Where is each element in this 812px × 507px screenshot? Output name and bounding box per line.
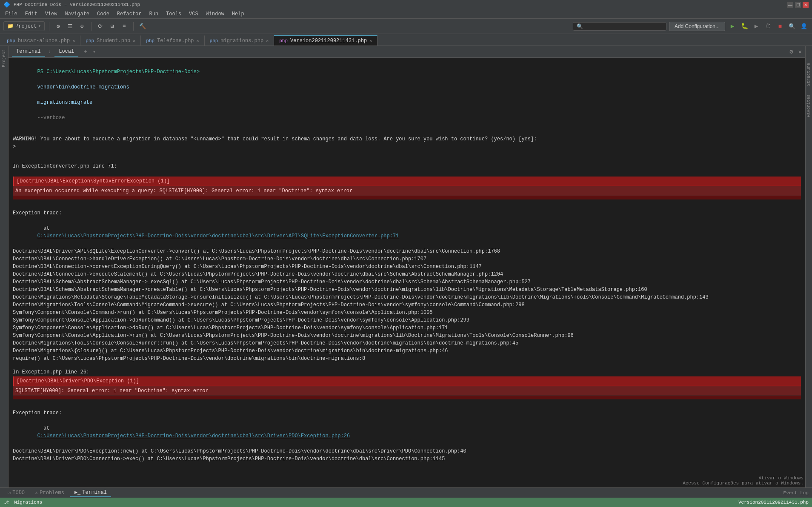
menu-window[interactable]: Window	[203, 10, 228, 18]
menu-refactor[interactable]: Refactor	[114, 10, 145, 18]
close-tab-2[interactable]: ✕	[133, 38, 135, 43]
trace2-line-2: Doctrine\DBAL\Driver\PDO\Connection->exe…	[13, 455, 801, 463]
tab-student[interactable]: php Student.php ✕	[80, 35, 141, 46]
error-2-title-text: [Doctrine\DBAL\Driver\PDO\Exception (1)]	[17, 378, 139, 384]
search-everywhere-icon[interactable]: 🔍	[787, 22, 797, 31]
problems-tab[interactable]: ⚠ Problems	[31, 489, 69, 497]
menu-view[interactable]: View	[42, 10, 61, 18]
event-log-link[interactable]: Event Log	[783, 490, 809, 496]
trace-line-6: Doctrine\DBAL\Schema\AbstractSchemaManag…	[13, 286, 801, 293]
todo-tab[interactable]: ☑ TODO	[3, 489, 29, 497]
menu-help[interactable]: Help	[229, 10, 248, 18]
terminal-header: Terminal : Local + ▾ ⚙ ✕	[9, 46, 805, 58]
close-tab-4[interactable]: ✕	[266, 38, 269, 43]
close-tab-3[interactable]: ✕	[197, 38, 199, 43]
trace-link-0[interactable]: C:\Users\Lucas\PhpstormProjects\PHP-Doct…	[37, 233, 399, 239]
status-right: Version20211209211431.php	[738, 500, 809, 505]
toolbar-right: Add Configuration... ▶ 🐛 ▶ ⏱ ■ 🔍 👤	[573, 22, 809, 31]
vcs-icon: ⎇	[3, 500, 9, 505]
app-icon: 🔷	[3, 1, 10, 8]
project-sidebar-icon[interactable]: Project	[2, 49, 6, 67]
activate-windows-watermark: Ativar o Windows Acesse Configurações pa…	[683, 476, 803, 486]
trace2-link-0[interactable]: C:\Users\Lucas\PhpstormProjects\PHP-Doct…	[37, 433, 350, 439]
structure-sidebar-label[interactable]: Structure	[806, 63, 811, 86]
search-input[interactable]	[573, 22, 666, 31]
todo-icon: ☑	[8, 490, 11, 496]
terminal-close-icon[interactable]: ✕	[798, 48, 802, 55]
close-tab-5[interactable]: ✕	[369, 38, 372, 43]
php-version-label: Version20211209211431.php	[738, 500, 809, 505]
left-sidebar: Project	[0, 46, 9, 487]
menu-bar: File Edit View Navigate Code Refactor Ru…	[0, 9, 812, 19]
commit-icon-btn[interactable]: ⟳	[96, 22, 105, 31]
trace-line-10: Symfony\Component\Console\Application->d…	[13, 316, 801, 324]
scope-icon-btn[interactable]: ⊕	[77, 22, 87, 31]
terminal-dropdown-icon[interactable]: ▾	[93, 49, 95, 54]
close-tab-1[interactable]: ✕	[72, 38, 75, 43]
run-coverage-button[interactable]: ▶	[752, 22, 761, 31]
terminal-settings-icon[interactable]: ⚙	[789, 48, 793, 55]
project-icon: 📁	[7, 23, 14, 29]
terminal-content[interactable]: PS C:\Users\Lucas\PhpstormProjects\PHP-D…	[9, 58, 805, 487]
toolbar-separator-1	[49, 22, 49, 31]
add-configuration-button[interactable]: Add Configuration...	[669, 22, 725, 31]
trace-line-7: Doctrine\Migrations\Metadata\Storage\Tab…	[13, 293, 801, 301]
blank-3	[13, 157, 801, 162]
trace-line-2: Doctrine\DBAL\Connection->handleDriverEx…	[13, 255, 801, 263]
error-block-1-msg: An exception occurred while executing a …	[13, 186, 801, 196]
tab-label-3: Telefone.php	[157, 38, 194, 44]
minimize-button[interactable]: —	[787, 2, 793, 8]
terminal-icon: ▶_	[74, 489, 80, 496]
settings-icon-btn[interactable]: ⚙	[54, 22, 63, 31]
project-label: Project	[15, 23, 37, 29]
blank-7	[13, 400, 801, 406]
trace-header-1: Exception trace:	[13, 209, 801, 217]
stop-button[interactable]: ■	[775, 22, 785, 31]
exception-header-2: In Exception.php line 26:	[13, 368, 801, 376]
trace-line-3: Doctrine\DBAL\Connection->convertExcepti…	[13, 263, 801, 271]
blank-6	[13, 362, 801, 368]
problems-icon: ⚠	[35, 490, 38, 496]
menu-edit[interactable]: Edit	[22, 10, 41, 18]
menu-file[interactable]: File	[2, 10, 21, 18]
format-icon-btn[interactable]: ≡	[120, 22, 129, 31]
error-block-2-msg: SQLSTATE[HY000]: General error: 1 near "…	[13, 386, 801, 396]
history-icon-btn[interactable]: ⊞	[108, 22, 117, 31]
title-bar: 🔷 PHP-Doctrine-Dois – Version20211209211…	[0, 0, 812, 9]
term-arg: migrations:migrate	[37, 100, 93, 105]
debug-button[interactable]: 🐛	[740, 22, 749, 31]
tab-version-active[interactable]: php Version20211209211431.php ✕	[274, 35, 377, 46]
menu-run[interactable]: Run	[146, 10, 162, 18]
terminal-bottom-tab[interactable]: ▶_ Terminal	[70, 488, 111, 497]
run-button[interactable]: ▶	[728, 22, 737, 31]
menu-code[interactable]: Code	[94, 10, 113, 18]
menu-vcs[interactable]: VCS	[186, 10, 202, 18]
tab-buscar-alunos[interactable]: php buscar-alunos.php ✕	[2, 35, 80, 46]
favorites-sidebar-label[interactable]: Favorites	[806, 94, 811, 117]
menu-tools[interactable]: Tools	[163, 10, 185, 18]
add-terminal-button[interactable]: +	[82, 48, 89, 56]
tab-telefone[interactable]: php Telefone.php ✕	[141, 35, 204, 46]
prompt-char: >	[13, 143, 801, 151]
trace2-line-1: Doctrine\DBAL\Driver\PDO\Exception::new(…	[13, 447, 801, 455]
maximize-button[interactable]: ☐	[795, 2, 801, 8]
profile-button[interactable]: ⏱	[763, 22, 773, 31]
terminal-panel: Terminal : Local + ▾ ⚙ ✕ PS C:\Users\Luc…	[9, 46, 805, 487]
trace-line-4: Doctrine\DBAL\Connection->executeStateme…	[13, 271, 801, 278]
toolbar: 📁 Project ▾ ⚙ ☰ ⊕ ⟳ ⊞ ≡ 🔨 Add Configurat…	[0, 19, 812, 34]
terminal-colon: :	[49, 49, 51, 54]
menu-navigate[interactable]: Navigate	[61, 10, 93, 18]
build-icon-btn[interactable]: 🔨	[138, 22, 147, 31]
terminal-tab[interactable]: Terminal	[12, 47, 45, 57]
trace-line-12: Symfony\Component\Console\Application->r…	[13, 332, 801, 339]
trace2-at-0: at	[37, 425, 53, 431]
user-icon[interactable]: 👤	[799, 22, 809, 31]
close-button[interactable]: ✕	[803, 2, 809, 8]
local-tab[interactable]: Local	[54, 47, 78, 57]
tabs-bar: php buscar-alunos.php ✕ php Student.php …	[0, 34, 812, 46]
list-icon-btn[interactable]: ☰	[66, 22, 75, 31]
terminal-tab-label: Terminal	[82, 490, 107, 496]
tab-migrations[interactable]: php migrations.php ✕	[205, 35, 274, 46]
term-space2	[37, 92, 40, 98]
project-dropdown[interactable]: 📁 Project ▾	[3, 21, 45, 31]
